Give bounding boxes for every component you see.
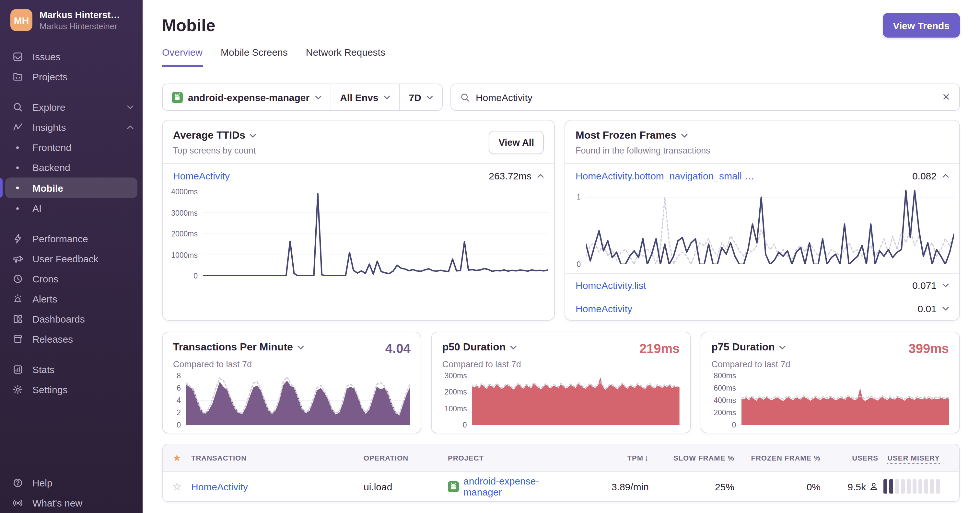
p50-chart: 300ms200ms100ms0 (442, 376, 680, 425)
column-frozen-frame[interactable]: FROZEN FRAME % (734, 454, 821, 462)
sidebar-item-crons[interactable]: Crons (0, 269, 143, 289)
active-indicator (0, 178, 3, 198)
column-project[interactable]: PROJECT (448, 454, 571, 462)
filter-bar: android-expense-manager All Envs 7D Home… (162, 84, 960, 111)
tab-network-requests[interactable]: Network Requests (306, 47, 385, 67)
expand-chevron-icon[interactable] (942, 283, 949, 287)
sidebar-item-mobile[interactable]: Mobile (5, 178, 137, 198)
tpm-chart-plot (186, 376, 410, 425)
sidebar-item-label: Backend (32, 162, 134, 173)
sidebar-item-projects[interactable]: Projects (0, 67, 143, 87)
search-input[interactable]: HomeActivity ✕ (450, 84, 960, 111)
p50-title-dropdown[interactable]: p50 Duration (442, 341, 517, 353)
tpm-value: 4.04 (385, 341, 410, 356)
bullet-icon (12, 162, 23, 173)
sidebar-item-dashboards[interactable]: Dashboards (0, 309, 143, 329)
transaction-link[interactable]: HomeActivity (576, 303, 632, 314)
sidebar-item-whats-new[interactable]: What's new (0, 493, 143, 513)
sidebar-item-alerts[interactable]: Alerts (0, 289, 143, 309)
transaction-link[interactable]: HomeActivity (191, 481, 248, 492)
ttid-chart-yaxis: 4000ms3000ms2000ms1000ms0 (167, 192, 203, 276)
org-user-switcher[interactable]: MH Markus Hinterst… Markus Hintersteiner (0, 9, 143, 31)
date-range-selector[interactable]: 7D (400, 84, 442, 110)
table-row[interactable]: ☆ HomeActivity ui.load android-expense-m… (163, 472, 959, 501)
ttid-chart-plot (203, 192, 548, 276)
average-ttids-title-dropdown[interactable]: Average TTIDs (173, 130, 256, 141)
p75-duration-card: p75 Duration 399ms Compared to last 7d 8… (700, 332, 960, 433)
sidebar-item-user-feedback[interactable]: User Feedback (0, 249, 143, 269)
broadcast-icon (12, 497, 23, 509)
gear-icon (12, 384, 23, 395)
sidebar-item-help[interactable]: Help (0, 473, 143, 493)
sidebar-item-label: Performance (32, 233, 134, 244)
clear-search-icon[interactable]: ✕ (942, 91, 950, 103)
column-slow-frame[interactable]: SLOW FRAME % (649, 454, 734, 462)
card-title: p75 Duration (711, 341, 775, 353)
insights-icon (12, 121, 23, 133)
frozen-frames-title-dropdown[interactable]: Most Frozen Frames (576, 130, 710, 141)
bullet-icon (12, 141, 23, 153)
sidebar-item-explore[interactable]: Explore (0, 97, 143, 117)
environment-selector[interactable]: All Envs (331, 84, 399, 110)
column-transaction[interactable]: TRANSACTION (191, 454, 364, 462)
column-operation[interactable]: OPERATION (364, 454, 448, 462)
sidebar-item-label: Frontend (32, 142, 134, 153)
tab-mobile-screens[interactable]: Mobile Screens (221, 47, 288, 67)
sidebar-item-settings[interactable]: Settings (0, 380, 143, 400)
project-selector[interactable]: android-expense-manager (163, 84, 330, 110)
transaction-link[interactable]: HomeActivity.bottom_navigation_small … (576, 170, 754, 181)
column-users[interactable]: USERS (821, 454, 878, 462)
p75-title-dropdown[interactable]: p75 Duration (711, 341, 786, 353)
card-title: Transactions Per Minute (173, 341, 293, 353)
collapse-chevron-icon[interactable] (537, 173, 544, 178)
sidebar-item-stats[interactable]: Stats (0, 359, 143, 380)
view-trends-button[interactable]: View Trends (883, 13, 960, 38)
android-project-icon (172, 92, 183, 103)
sidebar-item-label: Projects (32, 71, 134, 82)
search-value: HomeActivity (476, 92, 942, 103)
ttid-chart: 4000ms3000ms2000ms1000ms0 (167, 192, 548, 276)
chevron-down-icon (384, 95, 390, 99)
expand-chevron-icon[interactable] (942, 307, 949, 311)
slow-frame-cell: 25% (649, 481, 734, 492)
avatar: MH (10, 9, 32, 31)
sidebar-item-frontend[interactable]: Frontend (0, 137, 143, 157)
sidebar-item-releases[interactable]: Releases (0, 329, 143, 349)
column-tpm[interactable]: TPM↓ (571, 453, 649, 462)
page-filters: android-expense-manager All Envs 7D (162, 84, 443, 111)
projects-icon (12, 71, 23, 83)
sidebar-item-label: What's new (32, 497, 134, 508)
card-subtitle: Compared to last 7d (173, 359, 410, 369)
sidebar-item-backend[interactable]: Backend (0, 157, 143, 178)
chevron-down-icon (681, 133, 687, 138)
environment-value: All Envs (340, 92, 378, 103)
transaction-link[interactable]: HomeActivity (173, 170, 230, 181)
chevron-down-icon (426, 95, 433, 99)
tab-bar: Overview Mobile Screens Network Requests (162, 47, 960, 67)
transaction-link[interactable]: HomeActivity.list (576, 280, 646, 291)
tpm-title-dropdown[interactable]: Transactions Per Minute (173, 341, 304, 353)
bullet-icon (12, 202, 23, 214)
chevron-down-icon (780, 345, 786, 349)
view-all-button[interactable]: View All (489, 131, 544, 154)
project-cell[interactable]: android-expense-manager (448, 475, 571, 497)
favorite-star-icon[interactable]: ☆ (163, 480, 191, 493)
sidebar-item-issues[interactable]: Issues (0, 47, 143, 67)
sidebar-item-label: Alerts (32, 294, 134, 305)
sidebar-item-performance[interactable]: Performance (0, 229, 143, 249)
bullet-icon (12, 182, 23, 194)
project-link[interactable]: android-expense-manager (463, 475, 571, 497)
column-user-misery[interactable]: USER MISERY (878, 454, 940, 462)
sidebar-item-insights[interactable]: Insights (0, 117, 143, 137)
average-ttids-card: Average TTIDs Top screens by count View … (162, 120, 555, 321)
p50-value: 219ms (640, 341, 680, 356)
operation-value: ui.load (364, 481, 448, 492)
chevron-up-icon (127, 125, 134, 130)
sidebar: MH Markus Hinterst… Markus Hintersteiner… (0, 0, 143, 513)
users-cell: 9.5k (821, 481, 878, 492)
sidebar-item-ai[interactable]: AI (0, 198, 143, 218)
card-title: Most Frozen Frames (576, 130, 676, 141)
main-content: Mobile View Trends Overview Mobile Scree… (143, 0, 980, 513)
tab-overview[interactable]: Overview (162, 47, 202, 67)
collapse-chevron-icon[interactable] (942, 173, 949, 178)
